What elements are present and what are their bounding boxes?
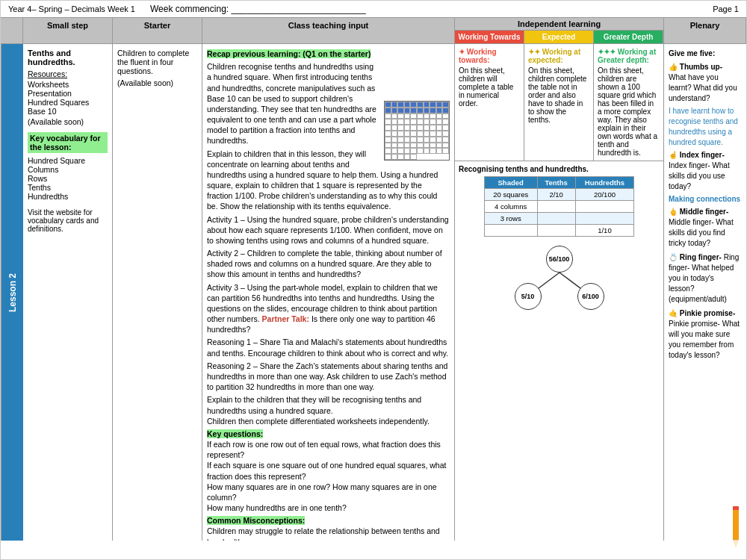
grid-cell (410, 113, 417, 119)
row4-tenths (537, 225, 575, 237)
page-number: Page 1 (713, 4, 739, 13)
row4-hundredths: 1/10 (575, 225, 634, 237)
table-header-tenths: Tenths (537, 177, 575, 189)
row4-shaded (484, 225, 537, 237)
kq-label-text: Key questions: (207, 429, 263, 438)
working-towards-col: ✦ Working towards: On this sheet, childr… (455, 44, 524, 161)
expected-header: Expected (524, 31, 594, 43)
grid-cell (424, 119, 430, 125)
grid-cell (391, 119, 398, 125)
hundred-square-grid (384, 101, 450, 161)
ct-reasoning2: Reasoning 2 – Share the Zach's statement… (207, 361, 450, 393)
vocab-item-5: Hundredths (28, 192, 108, 201)
thumb-text: What have you learnt? What did you under… (669, 73, 737, 102)
ring-label: Ring finger- (680, 253, 722, 261)
lesson-label: Lesson 2 (1, 44, 23, 541)
recap-header: Recap previous learning: (Q1 on the star… (207, 49, 450, 59)
thumb-label: Thumbs up- (680, 63, 722, 71)
independent-top: ✦ Working towards: On this sheet, childr… (455, 44, 663, 161)
grid-cell (404, 148, 411, 154)
grid-cell (397, 113, 404, 119)
grid-cell (385, 148, 391, 154)
grid-cell (404, 125, 411, 131)
pencil-svg (728, 505, 743, 541)
grid-cell (436, 113, 443, 119)
available-soon: (Available soon) (28, 117, 108, 126)
index-text: Index finger- What skills did you use to… (669, 161, 730, 190)
grid-cell (410, 154, 417, 160)
grid-cell (385, 102, 391, 108)
grid-cell (430, 131, 436, 137)
ct-activity2: Activity 2 – Children to complete the ta… (207, 248, 450, 280)
table-row: 4 columns (484, 201, 634, 213)
grid-cell (430, 102, 436, 108)
grid-cell (410, 102, 417, 108)
grid-cell (404, 131, 411, 137)
grid-cell (410, 131, 417, 137)
greater-depth-col: ✦✦✦ Working at Greater depth: On this sh… (594, 44, 663, 161)
wt-stars: ✦ Working towards: (459, 48, 520, 64)
grid-cell (397, 154, 404, 160)
grid-cell (397, 108, 404, 113)
grid-cell (442, 119, 449, 125)
small-step-col: Tenths and hundredths. Resources: Worksh… (23, 44, 113, 541)
class-teaching-col: Recap previous learning: (Q1 on the star… (202, 44, 455, 541)
grid-cell (442, 102, 449, 108)
resource-item-4: Base 10 (28, 107, 108, 116)
vocab-label: Key vocabulary for the lesson: (28, 132, 108, 153)
grid-cell (391, 154, 398, 160)
row2-hundredths (575, 201, 634, 213)
kq1: If each row is one row out of ten equal … (207, 439, 450, 460)
ct-activity1: Activity 1 – Using the hundred square, p… (207, 214, 450, 246)
grid-cell (436, 125, 443, 131)
table-header-hundredths: Hundredths (575, 177, 634, 189)
grid-cell (436, 102, 443, 108)
pinkie-label: Pinkie promise- (680, 309, 735, 317)
grid-cell (404, 137, 411, 143)
row2-tenths (537, 201, 575, 213)
grid-cell (385, 143, 391, 149)
grid-cell (424, 108, 430, 113)
grid-cell (430, 108, 436, 113)
grid-cell (397, 119, 404, 125)
plenary-pinkie: 🤙 Pinkie promise- Pinkie promise- What w… (669, 308, 742, 361)
grid-cell (417, 125, 424, 131)
grid-cell (404, 102, 411, 108)
grid-cell (385, 137, 391, 143)
row3-hundredths (575, 213, 634, 225)
grid-cell (430, 148, 436, 154)
table-header-shaded: Shaded (484, 177, 537, 189)
vocab-item-1: Hundred Square (28, 156, 108, 165)
main-content: Lesson 2 Tenths and hundredths. Resource… (1, 44, 746, 541)
grid-cell (385, 119, 391, 125)
recognising-section: Recognising tenths and hundredths. Shade… (455, 161, 663, 541)
pw-bottom-right-value: 6/100 (577, 283, 604, 310)
kq3: How many squares are in one row? How man… (207, 482, 450, 503)
starter-text: Children to complete the fluent in four … (117, 49, 197, 75)
visit-text: Visit the website for vocabulary cards a… (28, 208, 108, 233)
grid-cell (442, 125, 449, 131)
grid-cell (430, 119, 436, 125)
ct-children: Children then complete differentiated wo… (207, 416, 450, 426)
grid-cell (410, 137, 417, 143)
grid-cell (436, 148, 443, 154)
small-step-title: Tenths and hundredths. (28, 49, 108, 66)
class-teaching-col-header: Class teaching input (202, 18, 455, 43)
wt-text: On this sheet, children will complete a … (459, 66, 520, 108)
ct-activity3: Activity 3 – Using the part-whole model,… (207, 282, 450, 335)
row1-hundredths: 20/100 (575, 189, 634, 201)
part-whole-diagram: 56/100 5/10 6/100 (511, 244, 608, 311)
thumb-icon: 👍 (669, 63, 678, 71)
grid-cell (424, 131, 430, 137)
row1-tenths: 2/10 (537, 189, 575, 201)
resource-item-3: Hundred Squares (28, 98, 108, 107)
grid-cell (436, 137, 443, 143)
resource-item-2: Presentation (28, 89, 108, 98)
grid-cell (410, 119, 417, 125)
svg-rect-4 (733, 506, 739, 510)
small-step-col-header: Small step (23, 18, 113, 43)
grid-cell (417, 108, 424, 113)
resource-item-1: Worksheets (28, 80, 108, 89)
starter-col-header: Starter (113, 18, 202, 43)
exp-text: On this sheet, children complete the tab… (528, 66, 589, 124)
